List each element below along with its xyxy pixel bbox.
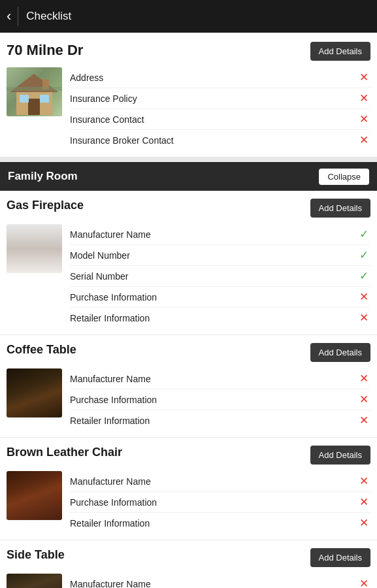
property-body: Address✕Insurance Policy✕Insurance Conta… <box>7 67 370 150</box>
field-status-icon: ✕ <box>357 290 370 304</box>
header-title: Checklist <box>26 10 71 23</box>
field-row: Manufacturer Name ✕ <box>70 368 370 389</box>
field-status-icon: ✓ <box>357 227 370 241</box>
item-fields: Manufacturer Name ✕ Purchase Information… <box>70 368 370 431</box>
svg-rect-6 <box>7 87 62 91</box>
item-header: Gas Fireplace Add Details <box>7 199 370 218</box>
field-status-icon: ✕ <box>357 372 370 385</box>
item-body: Manufacturer Name ✕ Purchase Information… <box>7 471 370 533</box>
section-title: Family Room <box>8 170 78 183</box>
field-label: Manufacturer Name <box>70 374 151 384</box>
main-content: 70 Milne Dr Add Details Address✕I <box>0 33 377 588</box>
field-row: Insurance Policy✕ <box>70 88 370 109</box>
field-label: Insurance Broker Contact <box>70 135 174 146</box>
field-label: Insurance Policy <box>70 93 137 104</box>
field-label: Manufacturer Name <box>70 229 151 240</box>
item-title: Side Table <box>7 548 65 562</box>
item-title: Brown Leather Chair <box>7 446 122 459</box>
field-status-icon: ✕ <box>357 516 370 530</box>
field-status-icon: ✕ <box>357 393 370 406</box>
field-status-icon: ✓ <box>357 269 370 283</box>
field-row: Manufacturer Name ✕ <box>70 471 370 492</box>
field-status-icon: ✕ <box>357 71 370 84</box>
item-fields: Manufacturer Name ✕ Purchase Information… <box>70 574 370 588</box>
field-label: Purchase Information <box>70 395 157 405</box>
field-label: Retailer Information <box>70 518 150 529</box>
house-svg-icon <box>7 67 62 116</box>
item-header: Coffee Table Add Details <box>7 343 370 362</box>
item-add-details-button[interactable]: Add Details <box>310 199 370 218</box>
item-section: Brown Leather Chair Add Details Manufact… <box>0 438 377 540</box>
field-label: Retailer Information <box>70 416 150 426</box>
property-add-details-button[interactable]: Add Details <box>310 42 370 61</box>
item-header: Side Table Add Details <box>7 548 370 567</box>
item-body: Manufacturer Name ✓ Model Number ✓ Seria… <box>7 224 370 328</box>
item-image <box>7 471 62 520</box>
header-divider <box>18 7 18 26</box>
item-title: Coffee Table <box>7 343 76 357</box>
item-add-details-button[interactable]: Add Details <box>310 446 370 465</box>
item-header: Brown Leather Chair Add Details <box>7 446 370 465</box>
property-fields: Address✕Insurance Policy✕Insurance Conta… <box>70 67 370 150</box>
field-row: Retailer Information ✕ <box>70 513 370 533</box>
field-row: Manufacturer Name ✓ <box>70 224 370 245</box>
item-image <box>7 574 62 588</box>
property-title: 70 Milne Dr <box>7 42 83 59</box>
field-status-icon: ✕ <box>357 577 370 588</box>
field-status-icon: ✕ <box>357 112 370 126</box>
svg-rect-3 <box>20 95 29 103</box>
field-row: Purchase Information ✕ <box>70 389 370 410</box>
property-section: 70 Milne Dr Add Details Address✕I <box>0 33 377 157</box>
field-label: Retailer Information <box>70 313 150 323</box>
field-row: Serial Number ✓ <box>70 266 370 287</box>
field-status-icon: ✓ <box>357 248 370 262</box>
item-body: Manufacturer Name ✕ Purchase Information… <box>7 574 370 588</box>
field-row: Retailer Information ✕ <box>70 410 370 431</box>
field-label: Serial Number <box>70 271 128 282</box>
item-body: Manufacturer Name ✕ Purchase Information… <box>7 368 370 431</box>
item-section: Side Table Add Details Manufacturer Name… <box>0 540 377 588</box>
back-button[interactable]: ‹ <box>7 9 11 24</box>
item-fields: Manufacturer Name ✓ Model Number ✓ Seria… <box>70 224 370 328</box>
field-status-icon: ✕ <box>357 414 370 427</box>
separator <box>0 157 377 162</box>
items-container: Gas Fireplace Add Details Manufacturer N… <box>0 191 377 588</box>
item-image <box>7 224 62 273</box>
field-status-icon: ✕ <box>357 495 370 509</box>
item-add-details-button[interactable]: Add Details <box>310 343 370 362</box>
collapse-button[interactable]: Collapse <box>319 169 369 185</box>
field-row: Address✕ <box>70 67 370 88</box>
field-label: Manufacturer Name <box>70 579 151 589</box>
field-row: Purchase Information ✕ <box>70 287 370 308</box>
field-status-icon: ✕ <box>357 133 370 147</box>
property-image <box>7 67 62 116</box>
field-label: Purchase Information <box>70 497 157 508</box>
field-row: Purchase Information ✕ <box>70 492 370 513</box>
app-header: ‹ Checklist <box>0 0 377 33</box>
field-status-icon: ✕ <box>357 91 370 105</box>
item-add-details-button[interactable]: Add Details <box>310 548 370 567</box>
svg-rect-4 <box>40 95 49 103</box>
field-row: Model Number ✓ <box>70 245 370 266</box>
field-row: Manufacturer Name ✕ <box>70 574 370 588</box>
property-header: 70 Milne Dr Add Details <box>7 42 370 61</box>
field-row: Retailer Information ✕ <box>70 308 370 328</box>
field-row: Insurance Contact✕ <box>70 109 370 130</box>
field-status-icon: ✕ <box>357 474 370 488</box>
item-section: Coffee Table Add Details Manufacturer Na… <box>0 335 377 438</box>
field-label: Insurance Contact <box>70 114 144 125</box>
item-section: Gas Fireplace Add Details Manufacturer N… <box>0 191 377 335</box>
field-status-icon: ✕ <box>357 311 370 325</box>
field-row: Insurance Broker Contact✕ <box>70 130 370 150</box>
item-image <box>7 368 62 417</box>
field-label: Address <box>70 73 103 83</box>
field-label: Model Number <box>70 250 130 261</box>
item-title: Gas Fireplace <box>7 199 84 212</box>
item-fields: Manufacturer Name ✕ Purchase Information… <box>70 471 370 533</box>
field-label: Purchase Information <box>70 292 157 302</box>
section-header: Family Room Collapse <box>0 162 377 191</box>
field-label: Manufacturer Name <box>70 476 151 487</box>
svg-rect-2 <box>28 99 40 115</box>
